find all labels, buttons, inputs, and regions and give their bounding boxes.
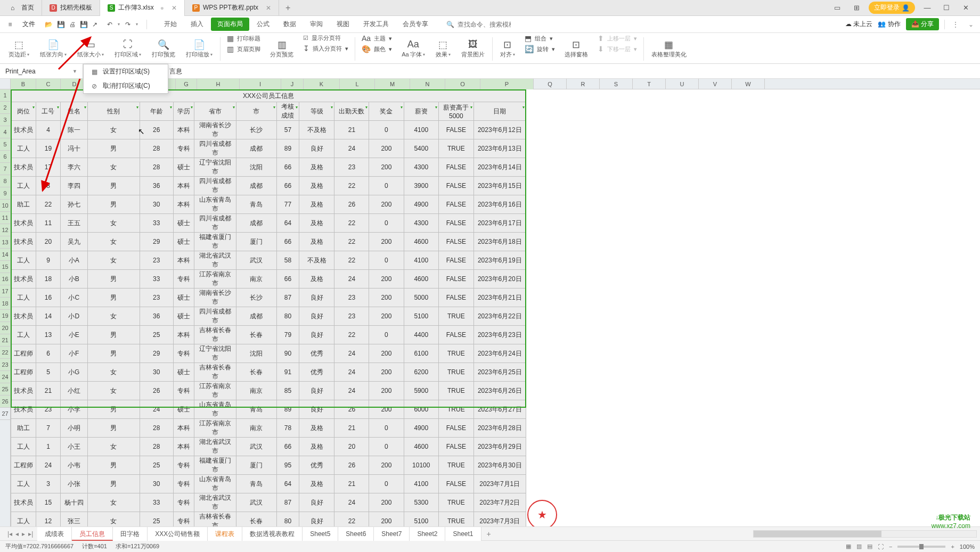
menu-tab[interactable]: 公式	[250, 18, 276, 31]
table-cell[interactable]: 24	[334, 493, 369, 512]
table-row[interactable]: 工程师24小韦男25专科福建省厦门市厦门95优秀2620010100TRUE20…	[11, 456, 526, 475]
table-cell[interactable]: 13	[36, 326, 60, 344]
table-cell[interactable]: 22	[334, 512, 369, 527]
sheet-tab[interactable]: Sheet6	[338, 527, 374, 541]
table-cell[interactable]: 57	[277, 121, 299, 139]
filter-icon[interactable]: ▾	[191, 105, 193, 110]
ribbon-button[interactable]: ⛶打印区域▾	[110, 34, 145, 63]
table-header[interactable]: 省市▾	[194, 102, 236, 121]
table-cell[interactable]: 87	[277, 289, 299, 307]
ribbon-item[interactable]: ⬒组合▾	[525, 34, 555, 43]
zoom-slider[interactable]	[897, 546, 945, 548]
table-header[interactable]: 性别▾	[87, 102, 140, 121]
menu-tab[interactable]: 视图	[330, 18, 356, 31]
table-cell[interactable]: 89	[277, 139, 299, 158]
row-header[interactable]: 6	[0, 151, 10, 163]
filter-icon[interactable]: ▾	[365, 105, 368, 110]
quick-action-icon[interactable]: ↗	[92, 21, 97, 28]
table-cell[interactable]: 25	[140, 456, 173, 475]
table-cell[interactable]: 小C	[60, 289, 87, 307]
menu-tab[interactable]: 页面布局	[211, 18, 249, 31]
table-cell[interactable]: 及格	[299, 177, 334, 195]
table-cell[interactable]: 26	[334, 456, 369, 475]
table-cell[interactable]: 沈阳	[236, 158, 277, 177]
table-cell[interactable]: FALSE	[439, 419, 473, 438]
table-cell[interactable]: 福建省厦门市	[194, 233, 236, 251]
filter-icon[interactable]: ▾	[296, 105, 298, 110]
table-cell[interactable]: 200	[369, 289, 404, 307]
table-cell[interactable]: 80	[277, 512, 299, 527]
table-header[interactable]: 姓名▾	[60, 102, 87, 121]
sheet-tab[interactable]: Sheet2	[410, 527, 445, 541]
table-cell[interactable]: 成都	[236, 177, 277, 195]
table-cell[interactable]: 男	[87, 177, 140, 195]
table-cell[interactable]: 男	[87, 139, 140, 158]
table-cell[interactable]: TRUE	[439, 512, 473, 527]
table-cell[interactable]: 陈一	[60, 121, 87, 139]
table-cell[interactable]: 湖南省长沙市	[194, 289, 236, 307]
menu-tab[interactable]: 插入	[184, 18, 210, 31]
column-header[interactable]: O	[445, 79, 480, 89]
table-cell[interactable]: 0	[369, 251, 404, 270]
ribbon-button[interactable]: ⊡对齐▾	[496, 34, 519, 63]
filter-icon[interactable]: ▾	[522, 105, 525, 110]
table-cell[interactable]: 工人	[11, 438, 36, 456]
table-cell[interactable]: 成都	[236, 139, 277, 158]
table-cell[interactable]: 11	[36, 214, 60, 233]
table-cell[interactable]: 2023年6月17日	[473, 214, 526, 233]
menu-tab[interactable]: 会员专享	[396, 18, 435, 31]
table-cell[interactable]: 4100	[404, 251, 439, 270]
table-cell[interactable]: 小G	[60, 363, 87, 382]
column-header[interactable]: J	[281, 79, 304, 89]
table-cell[interactable]: 成都	[236, 214, 277, 233]
table-cell[interactable]: 2023年7月1日	[473, 475, 526, 493]
table-cell[interactable]: 小张	[60, 475, 87, 493]
table-cell[interactable]: 女	[87, 382, 140, 400]
table-cell[interactable]: 80	[277, 307, 299, 326]
table-cell[interactable]: 5300	[404, 493, 439, 512]
table-cell[interactable]: 2023年7月3日	[473, 512, 526, 527]
table-cell[interactable]: 男	[87, 456, 140, 475]
table-cell[interactable]: 江苏省南京市	[194, 270, 236, 289]
ribbon-item[interactable]: ☑显示分页符	[303, 34, 348, 42]
table-cell[interactable]: 2023年6月13日	[473, 139, 526, 158]
row-header[interactable]: 3	[0, 114, 10, 126]
row-header[interactable]: 19	[0, 310, 10, 322]
table-cell[interactable]: 江苏省南京市	[194, 382, 236, 400]
table-cell[interactable]: 及格	[299, 270, 334, 289]
table-cell[interactable]: 25	[140, 326, 173, 344]
sheet-tab[interactable]: 课程表	[208, 527, 242, 541]
table-cell[interactable]: 23	[140, 251, 173, 270]
table-cell[interactable]: 0	[369, 419, 404, 438]
table-cell[interactable]: 女	[87, 214, 140, 233]
table-cell[interactable]: 24	[334, 363, 369, 382]
table-cell[interactable]: 200	[369, 233, 404, 251]
table-cell[interactable]: 200	[369, 139, 404, 158]
app-tab[interactable]: PWPS PPT教程.pptx✕	[185, 0, 279, 16]
row-header[interactable]: 8	[0, 175, 10, 187]
table-cell[interactable]: 及格	[299, 438, 334, 456]
row-header[interactable]: 14	[0, 249, 10, 261]
table-cell[interactable]: FALSE	[439, 214, 473, 233]
table-cell[interactable]: 3900	[404, 177, 439, 195]
table-cell[interactable]: 专科	[173, 270, 194, 289]
table-cell[interactable]: 沈阳	[236, 344, 277, 363]
ribbon-button[interactable]: 🔍打印预览	[148, 34, 179, 63]
app-tab[interactable]: D找稻壳模板	[42, 0, 100, 16]
table-cell[interactable]: 女	[87, 512, 140, 527]
row-header[interactable]: 22	[0, 347, 10, 359]
table-cell[interactable]: 男	[87, 344, 140, 363]
table-cell[interactable]: 4900	[404, 195, 439, 214]
table-cell[interactable]: 小F	[60, 344, 87, 363]
filter-icon[interactable]: ▾	[233, 105, 235, 110]
sheet-tab[interactable]: Sheet5	[303, 527, 338, 541]
spreadsheet-grid[interactable]: BCDEFGHIJKLMNOPQRSTUVW 12345678910111213…	[0, 79, 980, 526]
dropdown-item[interactable]: ▦设置打印区域(S)	[84, 64, 168, 79]
table-cell[interactable]: 硕士	[173, 289, 194, 307]
row-headers[interactable]: 1234567891011121314151617181920212223242…	[0, 89, 11, 526]
table-cell[interactable]: 南京	[236, 270, 277, 289]
table-cell[interactable]: 优秀	[299, 363, 334, 382]
ribbon-button[interactable]: ▦表格整理美化	[647, 34, 691, 63]
table-cell[interactable]: 良好	[299, 493, 334, 512]
table-cell[interactable]: 及格	[299, 233, 334, 251]
